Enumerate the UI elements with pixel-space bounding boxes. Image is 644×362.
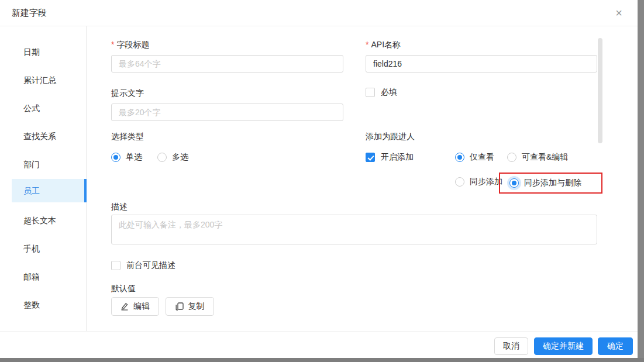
field-title-input[interactable] (111, 55, 343, 73)
confirm-button[interactable]: 确定 (598, 337, 633, 355)
dialog-title: 新建字段 (12, 8, 47, 19)
sidebar-item-integer[interactable]: 整数 (0, 291, 87, 319)
required-checkbox[interactable]: 必填 (366, 87, 397, 98)
footer-divider (0, 331, 638, 332)
close-icon[interactable]: × (612, 6, 626, 20)
hint-text-label: 提示文字 (111, 88, 144, 99)
confirm-and-new-button[interactable]: 确定并新建 (534, 337, 593, 355)
required-asterisk: * (366, 40, 369, 49)
sidebar-item-email[interactable]: 邮箱 (0, 263, 87, 291)
required-asterisk: * (111, 40, 114, 49)
new-field-modal: 新建字段 × 日期 累计汇总 公式 查找关系 部门 员工 超长文本 手机 邮箱 … (0, 0, 644, 362)
field-title-label: *字段标题 (111, 40, 149, 50)
checkbox-checked-icon[interactable] (366, 153, 375, 162)
select-type-radio-group: 单选 多选 (111, 152, 188, 163)
checkbox-unchecked-icon[interactable] (111, 261, 120, 270)
radio-view-and-edit[interactable]: 可查看&编辑 (507, 152, 568, 163)
description-textarea[interactable] (111, 215, 597, 244)
api-name-label: *API名称 (366, 40, 401, 50)
add-follower-label: 添加为跟进人 (366, 132, 415, 142)
radio-selected-icon[interactable] (455, 153, 464, 162)
sidebar-item-rollup[interactable]: 累计汇总 (0, 66, 87, 94)
field-type-sidebar: 日期 累计汇总 公式 查找关系 部门 员工 超长文本 手机 邮箱 整数 (0, 26, 87, 331)
hint-text-input[interactable] (111, 104, 343, 121)
sidebar-item-formula[interactable]: 公式 (0, 94, 87, 122)
sidebar-item-longtext[interactable]: 超长文本 (0, 206, 87, 235)
pencil-icon (120, 302, 129, 311)
enable-add-label: 开启添加 (381, 152, 414, 163)
radio-selected-icon[interactable] (509, 178, 519, 188)
window-edge-bottom (0, 358, 644, 362)
highlight-annotation-box: 同步添加与删除 (499, 173, 602, 194)
front-visible-label: 前台可见描述 (126, 260, 175, 271)
sidebar-item-lookup[interactable]: 查找关系 (0, 122, 87, 150)
sidebar-item-department[interactable]: 部门 (0, 150, 87, 178)
description-label: 描述 (111, 202, 128, 212)
radio-view-only[interactable]: 仅查看 (455, 152, 494, 163)
radio-unselected-icon[interactable] (455, 177, 464, 187)
scrollbar-thumb[interactable] (598, 38, 602, 143)
follower-sync-radio-group: 同步添加 (455, 177, 502, 187)
copy-button[interactable]: 复制 (166, 297, 214, 316)
default-value-label: 默认值 (111, 284, 136, 294)
radio-sync-add-delete[interactable]: 同步添加与删除 (509, 178, 581, 188)
dialog-header: 新建字段 × (0, 0, 638, 26)
select-type-label: 选择类型 (111, 132, 144, 142)
required-checkbox-label: 必填 (381, 87, 397, 98)
radio-selected-icon[interactable] (111, 153, 120, 162)
dialog: 新建字段 × 日期 累计汇总 公式 查找关系 部门 员工 超长文本 手机 邮箱 … (0, 0, 638, 358)
radio-unselected-icon[interactable] (157, 153, 167, 162)
api-name-input[interactable] (366, 55, 597, 73)
follower-permission-radio-group: 仅查看 可查看&编辑 (455, 152, 568, 163)
front-visible-checkbox[interactable]: 前台可见描述 (111, 260, 175, 271)
enable-add-checkbox[interactable]: 开启添加 (366, 152, 414, 163)
window-edge-right (638, 0, 644, 362)
checkbox-unchecked-icon[interactable] (366, 88, 375, 97)
sidebar-item-employee[interactable]: 员工 (12, 179, 87, 202)
radio-unselected-icon[interactable] (507, 153, 516, 162)
edit-button[interactable]: 编辑 (111, 297, 159, 316)
radio-single-select[interactable]: 单选 (111, 152, 142, 163)
cancel-button[interactable]: 取消 (494, 337, 528, 355)
sidebar-item-mobile[interactable]: 手机 (0, 235, 87, 263)
sidebar-item-date[interactable]: 日期 (0, 38, 87, 66)
radio-multi-select[interactable]: 多选 (157, 152, 188, 163)
copy-icon (175, 302, 184, 311)
radio-sync-add[interactable]: 同步添加 (455, 177, 502, 187)
